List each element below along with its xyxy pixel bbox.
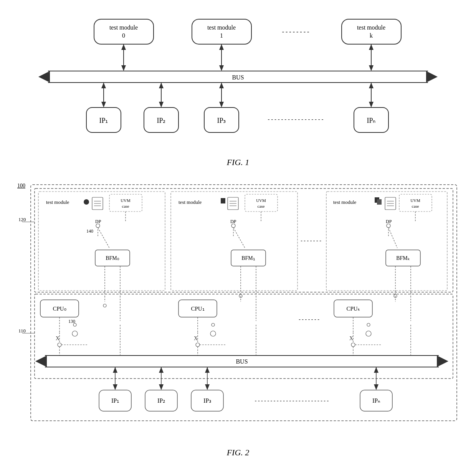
- svg-point-131: [196, 343, 200, 347]
- svg-text:test module: test module: [109, 24, 138, 31]
- svg-text:IP₁: IP₁: [99, 117, 108, 124]
- svg-text:BFM₁: BFM₁: [241, 255, 255, 261]
- svg-point-144: [351, 343, 355, 347]
- fig2-diagram: 100 120 110 test module UVM case: [12, 183, 464, 444]
- svg-text:test module: test module: [333, 199, 357, 205]
- svg-text:DP: DP: [95, 219, 101, 224]
- svg-rect-80: [245, 194, 278, 212]
- fig1-diagram: test module 0 test module 1 - - - - - - …: [27, 12, 449, 154]
- svg-point-125: [73, 323, 76, 326]
- svg-text:BUS: BUS: [236, 358, 248, 365]
- svg-marker-12: [121, 44, 126, 50]
- svg-text:110: 110: [18, 328, 26, 334]
- svg-point-86: [231, 224, 235, 228]
- svg-text:test module: test module: [178, 199, 202, 205]
- svg-text:IP₃: IP₃: [203, 397, 211, 404]
- svg-marker-28: [159, 102, 164, 107]
- svg-text:UVM: UVM: [121, 198, 131, 203]
- svg-marker-35: [369, 83, 374, 88]
- svg-text:0: 0: [122, 32, 125, 39]
- svg-text:X: X: [56, 336, 60, 341]
- svg-marker-18: [369, 44, 374, 50]
- svg-marker-15: [219, 44, 224, 50]
- svg-marker-19: [38, 71, 50, 83]
- fig2-caption: FIG. 2: [12, 448, 464, 458]
- svg-marker-25: [101, 102, 106, 107]
- svg-text:case: case: [412, 204, 419, 208]
- svg-marker-31: [219, 102, 224, 107]
- svg-point-66: [96, 224, 100, 228]
- svg-marker-26: [101, 83, 106, 88]
- svg-point-55: [84, 199, 89, 205]
- svg-text:BFMₖ: BFMₖ: [396, 255, 410, 261]
- svg-marker-14: [219, 65, 224, 71]
- svg-marker-20: [426, 71, 438, 83]
- svg-point-124: [103, 304, 106, 307]
- svg-text:DP: DP: [386, 219, 392, 224]
- svg-text:case: case: [258, 204, 265, 208]
- svg-text:UVM: UVM: [410, 198, 420, 203]
- svg-text:- - - - - - - - - - - - - - - : - - - - - - - - - - - - - - - - - - - - …: [255, 398, 329, 403]
- svg-text:- - - - - - - -: - - - - - - - -: [282, 28, 309, 35]
- svg-rect-101: [399, 194, 432, 212]
- svg-text:- - - - - - - - - - - - - - - : - - - - - - - - - - - - - - - - -: [268, 116, 324, 122]
- svg-text:100: 100: [17, 183, 25, 189]
- svg-rect-3: [192, 19, 251, 44]
- svg-rect-0: [94, 19, 154, 44]
- svg-text:120: 120: [18, 217, 26, 222]
- svg-text:k: k: [370, 32, 373, 39]
- svg-text:IPₙ: IPₙ: [372, 397, 380, 404]
- svg-text:CPUₖ: CPUₖ: [346, 306, 360, 312]
- svg-text:IP₂: IP₂: [157, 397, 165, 404]
- svg-text:case: case: [122, 204, 129, 208]
- svg-text:X: X: [194, 336, 198, 341]
- fig2-section: 100 120 110 test module UVM case: [12, 183, 464, 458]
- svg-point-117: [72, 331, 78, 336]
- svg-marker-11: [121, 65, 126, 71]
- svg-text:IP₃: IP₃: [217, 117, 226, 124]
- svg-text:test module: test module: [357, 24, 385, 31]
- fig1-caption: FIG. 1: [12, 157, 464, 167]
- svg-point-129: [210, 331, 216, 336]
- svg-text:UVM: UVM: [256, 198, 266, 203]
- svg-marker-29: [159, 83, 164, 88]
- svg-rect-50: [35, 294, 453, 379]
- svg-text:IPₙ: IPₙ: [367, 117, 375, 124]
- svg-text:test module: test module: [46, 199, 69, 205]
- svg-point-142: [366, 331, 371, 336]
- svg-text:140: 140: [86, 228, 93, 234]
- svg-text:X: X: [349, 336, 353, 341]
- svg-marker-34: [369, 102, 374, 107]
- svg-text:test module: test module: [207, 24, 236, 31]
- svg-point-107: [387, 224, 390, 228]
- svg-text:1: 1: [220, 32, 223, 39]
- page: test module 0 test module 1 - - - - - - …: [0, 0, 476, 463]
- svg-marker-32: [219, 83, 224, 88]
- svg-point-148: [367, 323, 370, 326]
- svg-text:CPU₀: CPU₀: [53, 306, 66, 312]
- svg-marker-17: [369, 65, 374, 71]
- svg-text:- - - - - - -: - - - - - - -: [301, 238, 321, 243]
- svg-text:IP₁: IP₁: [111, 397, 119, 404]
- svg-rect-60: [109, 194, 142, 212]
- svg-text:CPU₁: CPU₁: [191, 306, 204, 312]
- svg-point-119: [58, 343, 61, 347]
- svg-text:BFM₀: BFM₀: [106, 255, 119, 261]
- fig1-section: test module 0 test module 1 - - - - - - …: [12, 12, 464, 167]
- svg-point-135: [212, 323, 215, 326]
- svg-rect-96: [377, 199, 382, 205]
- svg-text:BUS: BUS: [232, 74, 244, 81]
- svg-rect-7: [342, 19, 401, 44]
- svg-rect-75: [221, 198, 225, 203]
- svg-text:- - - - - - -: - - - - - - -: [299, 316, 319, 322]
- svg-text:IP₂: IP₂: [157, 117, 165, 124]
